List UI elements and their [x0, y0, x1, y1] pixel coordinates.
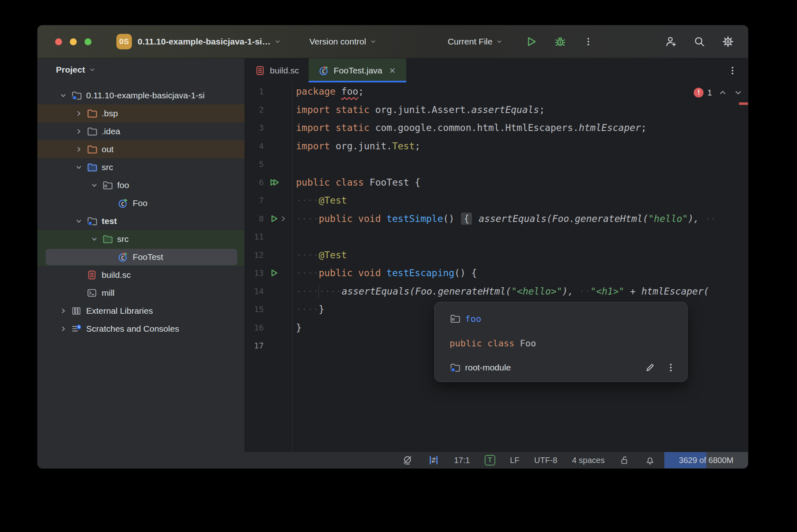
chevron-right-icon[interactable] — [58, 324, 69, 333]
editor-tab-footest.java[interactable]: CFooTest.java — [309, 58, 406, 82]
code-line-13: 13····public void testEscaping() { — [245, 264, 748, 282]
tree-item-0.11.10-example-basicjava-1-si[interactable]: 0.11.10-example-basicjava-1-si — [38, 86, 245, 104]
code-line-text: ····@Test — [292, 246, 347, 264]
popup-row-label: root-module — [465, 363, 511, 372]
run-test-icon[interactable] — [269, 268, 279, 278]
code-with-me-icon[interactable] — [665, 35, 677, 48]
status-bar: 17:1TLFUTF-84 spaces 3629 of 6800M — [38, 452, 748, 468]
tree-item-label: test — [102, 216, 117, 226]
caret-position[interactable]: 17:1 — [454, 456, 470, 465]
tree-item-foo[interactable]: foo — [38, 176, 245, 194]
tree-item-external-libraries[interactable]: External Libraries — [38, 302, 245, 320]
more-run-options-icon[interactable] — [583, 36, 593, 47]
fold-collapsed-icon[interactable] — [279, 215, 287, 223]
tree-item-src[interactable]: src — [38, 230, 245, 248]
tree-item-foo[interactable]: CFoo — [38, 194, 245, 212]
tree-item-label: src — [117, 234, 129, 244]
chevron-right-icon[interactable] — [58, 306, 69, 315]
popup-code-text: public class Foo — [450, 338, 536, 348]
tree-item-.idea[interactable]: .idea — [38, 122, 245, 140]
ide-window: 0S 0.11.10-example-basicjava-1-si… Versi… — [38, 25, 748, 468]
tree-item-scratches-and-consoles[interactable]: Scratches and Consoles — [38, 320, 245, 338]
tree-item-.bsp[interactable]: .bsp — [38, 104, 245, 122]
rename-action-icon[interactable] — [645, 362, 655, 373]
more-actions-icon[interactable] — [666, 362, 676, 373]
folder-test-icon — [102, 234, 113, 244]
error-icon: ! — [694, 88, 703, 98]
chevron-down-icon[interactable] — [89, 235, 100, 244]
tree-item-footest[interactable]: CFooTest — [38, 248, 245, 266]
chevron-down-icon[interactable] — [73, 217, 84, 226]
error-stripe-mark[interactable] — [739, 102, 748, 105]
memory-indicator[interactable]: 3629 of 6800M — [664, 452, 748, 468]
code-line-text: ····public void testEscaping() { — [292, 264, 477, 282]
code-line-text: ····@Test — [292, 191, 347, 210]
popup-row-root-module: root-module — [435, 355, 687, 380]
bell-icon — [645, 455, 655, 466]
chevron-down-icon[interactable] — [89, 181, 100, 190]
line-number: 17 — [245, 337, 268, 355]
next-error-icon[interactable] — [733, 88, 743, 98]
tree-item-test[interactable]: test — [38, 212, 245, 230]
run-configuration-label: Current File — [447, 37, 492, 47]
project-widget[interactable]: 0.11.10-example-basicjava-1-si… — [132, 37, 281, 47]
file-encoding[interactable]: UTF-8 — [534, 456, 557, 465]
column-mode-indicator[interactable] — [428, 454, 439, 466]
maximize-window-button[interactable] — [85, 38, 91, 45]
folder-excluded-icon — [87, 144, 97, 155]
tree-item-mill[interactable]: mill — [38, 284, 245, 302]
chevron-down-icon[interactable] — [73, 163, 84, 172]
code-line-text: } — [292, 319, 302, 337]
inspection-widget[interactable]: ! 1 — [694, 88, 743, 98]
editor-content[interactable]: 1package foo;2import static org.junit.As… — [245, 82, 748, 452]
libraries-icon — [71, 306, 82, 316]
chevron-right-icon[interactable] — [73, 109, 84, 118]
search-everywhere-icon[interactable] — [693, 35, 706, 48]
line-separator[interactable]: LF — [510, 456, 519, 465]
run-all-tests-icon[interactable] — [269, 177, 280, 187]
run-button[interactable] — [525, 35, 537, 48]
popup-row-foo[interactable]: foo — [435, 306, 687, 331]
editor-tab-build.sc[interactable]: build.sc — [245, 58, 309, 82]
project-panel-header[interactable]: Project — [38, 58, 245, 81]
tree-item-out[interactable]: out — [38, 140, 245, 158]
module-folder-icon — [87, 216, 97, 226]
chevron-down-icon[interactable] — [58, 91, 69, 100]
svg-text:C: C — [121, 255, 124, 261]
tree-item-build.sc[interactable]: build.sc — [38, 266, 245, 284]
textmate-badge[interactable]: T — [485, 455, 495, 466]
line-number: 14 — [245, 282, 268, 301]
tab-options-kebab-icon[interactable] — [728, 65, 737, 76]
editor-tabs: build.scCFooTest.java — [245, 58, 406, 82]
tree-item-src[interactable]: src — [38, 158, 245, 176]
settings-gear-icon[interactable] — [722, 35, 734, 48]
code-line-text: ····public void testSimple() { assertEqu… — [292, 210, 716, 228]
tree-item-label: foo — [117, 180, 129, 190]
vcs-widget[interactable]: Version control — [309, 37, 376, 47]
project-panel-title: Project — [56, 65, 85, 75]
close-window-button[interactable] — [55, 38, 62, 45]
previous-error-icon[interactable] — [718, 88, 728, 98]
debug-button[interactable] — [554, 35, 566, 48]
chevron-right-icon[interactable] — [73, 145, 84, 154]
notifications[interactable] — [645, 455, 655, 466]
error-indicator[interactable]: ! 1 — [694, 88, 712, 98]
minimize-window-button[interactable] — [70, 38, 77, 45]
code-line-2: 2import static org.junit.Assert.assertEq… — [245, 101, 748, 119]
indent-style[interactable]: 4 spaces — [572, 456, 605, 465]
tree-item-label: .bsp — [102, 109, 118, 118]
line-number: 1 — [245, 82, 268, 101]
module-folder-icon — [71, 90, 82, 101]
line-number: 6 — [245, 173, 268, 192]
run-test-icon[interactable] — [269, 214, 279, 224]
close-tab-icon[interactable] — [388, 66, 396, 75]
readonly-status[interactable] — [619, 455, 630, 466]
chevron-right-icon[interactable] — [73, 127, 84, 136]
highlighting-status[interactable] — [402, 454, 413, 466]
titlebar-right-actions — [665, 35, 737, 48]
line-number: 11 — [245, 228, 268, 246]
run-configuration-widget[interactable]: Current File — [447, 37, 503, 47]
gutter-separator — [292, 82, 293, 452]
gutter-icons — [268, 268, 292, 278]
line-number: 2 — [245, 101, 268, 119]
